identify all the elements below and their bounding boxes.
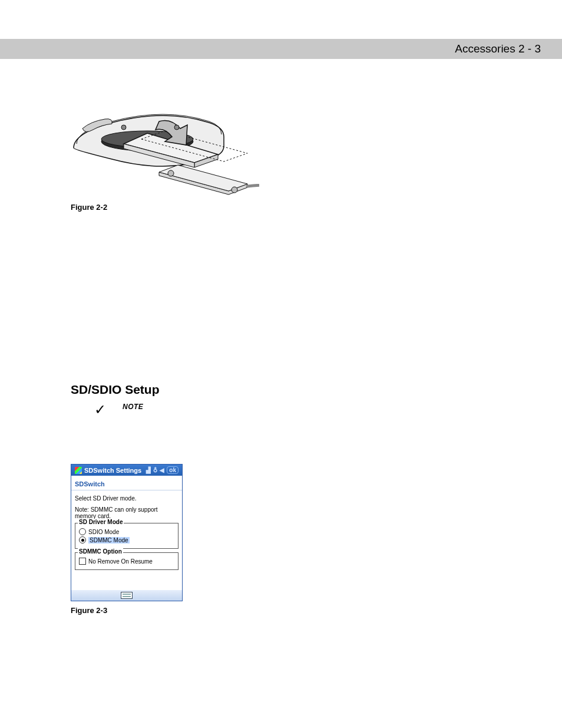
no-remove-row[interactable]: No Remove On Resume [79,558,174,565]
sd-driver-mode-legend: SD Driver Mode [78,519,124,525]
speaker-icon: ◀ [160,467,164,473]
windows-flag-icon [75,467,82,474]
screen-line1: Select SD Driver mode. [75,495,178,502]
sdswitch-screen: SDSwitch Settings ▟ ♁ ◀ ok SDSwitch Sele… [71,464,183,601]
svg-point-5 [174,125,179,130]
figure-2-3-caption: Figure 2-3 [71,606,527,615]
sd-card-insert-illustration [71,98,259,198]
ok-button[interactable]: ok [167,466,178,474]
page-header: Accessories 2 - 3 [0,39,562,59]
sdmmc-option-legend: SDMMC Option [78,548,123,555]
screen-title-text: SDSwitch Settings [84,467,141,474]
keyboard-icon[interactable] [121,592,133,599]
checkbox-icon[interactable] [79,558,86,565]
screen-titlebar: SDSwitch Settings ▟ ♁ ◀ ok [71,465,182,476]
note-block: ✓ NOTE [94,403,527,417]
checkmark-icon: ✓ [94,403,106,417]
tab-row: SDSwitch [71,476,182,490]
radio-checked-icon[interactable] [79,536,86,543]
sdio-mode-row[interactable]: SDIO Mode [79,528,174,535]
figure-2-2-caption: Figure 2-2 [71,203,527,212]
signal-icon: ▟ [146,467,151,473]
note-label: NOTE [123,403,143,411]
svg-point-3 [232,187,237,193]
no-remove-label: No Remove On Resume [88,558,153,565]
sdio-mode-label: SDIO Mode [88,529,119,535]
sdmmc-option-group: SDMMC Option No Remove On Resume [75,552,178,570]
screen-footer [71,590,182,601]
svg-point-2 [168,170,174,176]
tab-sdswitch[interactable]: SDSwitch [75,480,105,487]
header-title: Accessories 2 - 3 [455,42,541,55]
figure-2-2: Figure 2-2 [71,98,527,212]
svg-point-4 [121,125,126,130]
network-icon: ♁ [153,467,157,473]
page-content: Figure 2-2 SD/SDIO Setup ✓ NOTE SDSwitch… [0,59,562,650]
section-title: SD/SDIO Setup [71,383,527,397]
screen-body: Select SD Driver mode. Note: SDMMC can o… [71,490,182,590]
sdmmc-mode-label: SDMMC Mode [88,537,130,543]
radio-unchecked-icon[interactable] [79,528,86,535]
sdmmc-mode-row[interactable]: SDMMC Mode [79,536,174,543]
sd-driver-mode-group: SD Driver Mode SDIO Mode SDMMC Mode [75,523,178,549]
screen-line2: Note: SDMMC can only support memory card… [75,506,178,519]
